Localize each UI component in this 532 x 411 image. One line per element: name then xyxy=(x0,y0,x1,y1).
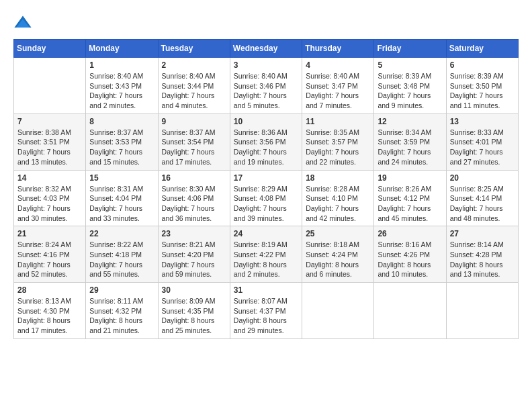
calendar-table: SundayMondayTuesdayWednesdayThursdayFrid… xyxy=(13,39,519,339)
calendar-cell: 1Sunrise: 8:40 AMSunset: 3:43 PMDaylight… xyxy=(86,58,158,114)
calendar-header-row: SundayMondayTuesdayWednesdayThursdayFrid… xyxy=(14,40,519,58)
day-number: 7 xyxy=(17,117,82,126)
day-info: Sunrise: 8:33 AMSunset: 4:01 PMDaylight:… xyxy=(450,128,515,167)
day-number: 28 xyxy=(17,285,82,295)
page-header xyxy=(13,13,519,32)
calendar-cell: 22Sunrise: 8:22 AMSunset: 4:18 PMDayligh… xyxy=(86,226,158,283)
day-info: Sunrise: 8:40 AMSunset: 3:47 PMDaylight:… xyxy=(306,71,370,111)
day-number: 11 xyxy=(306,117,370,126)
day-number: 22 xyxy=(89,229,154,238)
day-info: Sunrise: 8:11 AMSunset: 4:32 PMDaylight:… xyxy=(89,296,154,336)
day-number: 12 xyxy=(378,117,442,126)
day-info: Sunrise: 8:24 AMSunset: 4:16 PMDaylight:… xyxy=(17,240,82,279)
calendar-cell: 27Sunrise: 8:14 AMSunset: 4:28 PMDayligh… xyxy=(446,226,518,283)
day-number: 1 xyxy=(89,60,154,70)
calendar-cell: 31Sunrise: 8:07 AMSunset: 4:37 PMDayligh… xyxy=(230,283,302,339)
calendar-cell: 17Sunrise: 8:29 AMSunset: 4:08 PMDayligh… xyxy=(230,170,302,226)
day-number: 30 xyxy=(162,285,226,295)
day-info: Sunrise: 8:37 AMSunset: 3:54 PMDaylight:… xyxy=(162,128,226,167)
day-number: 8 xyxy=(89,117,154,126)
day-number: 14 xyxy=(17,173,82,183)
day-info: Sunrise: 8:29 AMSunset: 4:08 PMDaylight:… xyxy=(234,184,298,224)
day-info: Sunrise: 8:36 AMSunset: 3:56 PMDaylight:… xyxy=(234,128,298,167)
day-info: Sunrise: 8:39 AMSunset: 3:50 PMDaylight:… xyxy=(450,71,515,111)
day-info: Sunrise: 8:40 AMSunset: 3:43 PMDaylight:… xyxy=(89,71,154,111)
day-number: 25 xyxy=(306,229,370,238)
calendar-cell: 30Sunrise: 8:09 AMSunset: 4:35 PMDayligh… xyxy=(158,283,230,339)
day-number: 24 xyxy=(234,229,298,238)
day-info: Sunrise: 8:35 AMSunset: 3:57 PMDaylight:… xyxy=(306,128,370,167)
day-number: 20 xyxy=(450,173,515,183)
day-info: Sunrise: 8:21 AMSunset: 4:20 PMDaylight:… xyxy=(162,240,226,279)
calendar-cell: 5Sunrise: 8:39 AMSunset: 3:48 PMDaylight… xyxy=(374,58,446,114)
day-info: Sunrise: 8:34 AMSunset: 3:59 PMDaylight:… xyxy=(378,128,442,167)
calendar-cell: 18Sunrise: 8:28 AMSunset: 4:10 PMDayligh… xyxy=(302,170,374,226)
calendar-cell: 25Sunrise: 8:18 AMSunset: 4:24 PMDayligh… xyxy=(302,226,374,283)
calendar-cell: 26Sunrise: 8:16 AMSunset: 4:26 PMDayligh… xyxy=(374,226,446,283)
calendar-week-row: 7Sunrise: 8:38 AMSunset: 3:51 PMDaylight… xyxy=(14,113,519,170)
logo xyxy=(13,13,35,32)
calendar-cell: 24Sunrise: 8:19 AMSunset: 4:22 PMDayligh… xyxy=(230,226,302,283)
calendar-cell: 20Sunrise: 8:25 AMSunset: 4:14 PMDayligh… xyxy=(446,170,518,226)
calendar-cell: 16Sunrise: 8:30 AMSunset: 4:06 PMDayligh… xyxy=(158,170,230,226)
calendar-cell: 12Sunrise: 8:34 AMSunset: 3:59 PMDayligh… xyxy=(374,113,446,170)
calendar-week-row: 28Sunrise: 8:13 AMSunset: 4:30 PMDayligh… xyxy=(14,283,519,339)
day-number: 13 xyxy=(450,117,515,126)
day-info: Sunrise: 8:16 AMSunset: 4:26 PMDaylight:… xyxy=(378,240,442,279)
day-number: 18 xyxy=(306,173,370,183)
weekday-header-thursday: Thursday xyxy=(302,40,374,58)
calendar-week-row: 14Sunrise: 8:32 AMSunset: 4:03 PMDayligh… xyxy=(14,170,519,226)
calendar-cell: 28Sunrise: 8:13 AMSunset: 4:30 PMDayligh… xyxy=(14,283,86,339)
day-info: Sunrise: 8:38 AMSunset: 3:51 PMDaylight:… xyxy=(17,128,82,167)
logo-icon xyxy=(13,13,32,32)
calendar-cell: 15Sunrise: 8:31 AMSunset: 4:04 PMDayligh… xyxy=(86,170,158,226)
calendar-cell: 29Sunrise: 8:11 AMSunset: 4:32 PMDayligh… xyxy=(86,283,158,339)
weekday-header-wednesday: Wednesday xyxy=(230,40,302,58)
day-info: Sunrise: 8:30 AMSunset: 4:06 PMDaylight:… xyxy=(162,184,226,224)
day-number: 29 xyxy=(89,285,154,295)
calendar-cell xyxy=(14,58,86,114)
calendar-cell xyxy=(446,283,518,339)
calendar-cell: 8Sunrise: 8:37 AMSunset: 3:53 PMDaylight… xyxy=(86,113,158,170)
day-number: 2 xyxy=(162,60,226,70)
day-info: Sunrise: 8:13 AMSunset: 4:30 PMDaylight:… xyxy=(17,296,82,336)
calendar-cell: 11Sunrise: 8:35 AMSunset: 3:57 PMDayligh… xyxy=(302,113,374,170)
day-number: 16 xyxy=(162,173,226,183)
day-info: Sunrise: 8:25 AMSunset: 4:14 PMDaylight:… xyxy=(450,184,515,224)
day-info: Sunrise: 8:18 AMSunset: 4:24 PMDaylight:… xyxy=(306,240,370,279)
day-info: Sunrise: 8:07 AMSunset: 4:37 PMDaylight:… xyxy=(234,296,298,336)
day-number: 31 xyxy=(234,285,298,295)
weekday-header-monday: Monday xyxy=(86,40,158,58)
calendar-cell: 10Sunrise: 8:36 AMSunset: 3:56 PMDayligh… xyxy=(230,113,302,170)
calendar-cell xyxy=(302,283,374,339)
day-number: 27 xyxy=(450,229,515,238)
day-number: 19 xyxy=(378,173,442,183)
calendar-cell xyxy=(374,283,446,339)
calendar-cell: 2Sunrise: 8:40 AMSunset: 3:44 PMDaylight… xyxy=(158,58,230,114)
day-info: Sunrise: 8:31 AMSunset: 4:04 PMDaylight:… xyxy=(89,184,154,224)
calendar-cell: 9Sunrise: 8:37 AMSunset: 3:54 PMDaylight… xyxy=(158,113,230,170)
calendar-week-row: 1Sunrise: 8:40 AMSunset: 3:43 PMDaylight… xyxy=(14,58,519,114)
calendar-cell: 4Sunrise: 8:40 AMSunset: 3:47 PMDaylight… xyxy=(302,58,374,114)
day-info: Sunrise: 8:32 AMSunset: 4:03 PMDaylight:… xyxy=(17,184,82,224)
day-number: 9 xyxy=(162,117,226,126)
weekday-header-sunday: Sunday xyxy=(14,40,86,58)
day-number: 6 xyxy=(450,60,515,70)
weekday-header-saturday: Saturday xyxy=(446,40,518,58)
day-info: Sunrise: 8:14 AMSunset: 4:28 PMDaylight:… xyxy=(450,240,515,279)
calendar-cell: 14Sunrise: 8:32 AMSunset: 4:03 PMDayligh… xyxy=(14,170,86,226)
weekday-header-friday: Friday xyxy=(374,40,446,58)
calendar-cell: 23Sunrise: 8:21 AMSunset: 4:20 PMDayligh… xyxy=(158,226,230,283)
day-info: Sunrise: 8:19 AMSunset: 4:22 PMDaylight:… xyxy=(234,240,298,279)
day-number: 26 xyxy=(378,229,442,238)
calendar-cell: 3Sunrise: 8:40 AMSunset: 3:46 PMDaylight… xyxy=(230,58,302,114)
day-info: Sunrise: 8:09 AMSunset: 4:35 PMDaylight:… xyxy=(162,296,226,336)
calendar-cell: 13Sunrise: 8:33 AMSunset: 4:01 PMDayligh… xyxy=(446,113,518,170)
day-info: Sunrise: 8:26 AMSunset: 4:12 PMDaylight:… xyxy=(378,184,442,224)
day-number: 5 xyxy=(378,60,442,70)
day-info: Sunrise: 8:37 AMSunset: 3:53 PMDaylight:… xyxy=(89,128,154,167)
day-info: Sunrise: 8:22 AMSunset: 4:18 PMDaylight:… xyxy=(89,240,154,279)
day-number: 21 xyxy=(17,229,82,238)
day-info: Sunrise: 8:39 AMSunset: 3:48 PMDaylight:… xyxy=(378,71,442,111)
calendar-cell: 7Sunrise: 8:38 AMSunset: 3:51 PMDaylight… xyxy=(14,113,86,170)
